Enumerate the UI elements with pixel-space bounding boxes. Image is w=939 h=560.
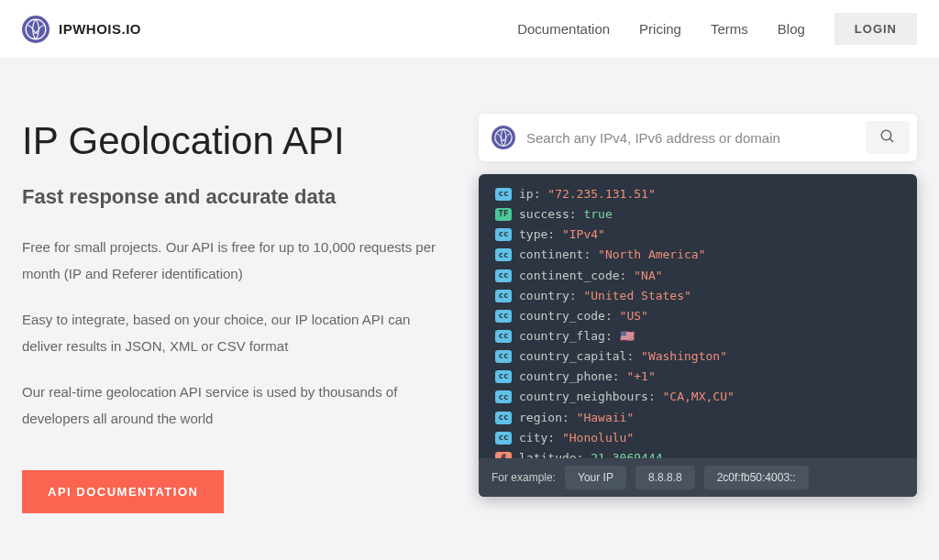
string-badge-icon: cc — [495, 412, 512, 424]
string-badge-icon: cc — [495, 248, 512, 261]
result-line: cccountry: "United States" — [495, 287, 900, 305]
globe-knot-icon — [22, 16, 50, 43]
svg-point-2 — [881, 130, 891, 140]
search-input[interactable] — [515, 123, 866, 153]
result-key: latitude: — [519, 451, 591, 458]
hero-para-2: Easy to integrate, based on your choice,… — [22, 307, 442, 359]
demo-panel: ccip: "72.235.131.51"TFsuccess: trueccty… — [479, 114, 917, 513]
result-line: cccountry_neighbours: "CA,MX,CU" — [495, 388, 900, 406]
result-value: "Honolulu" — [562, 431, 634, 445]
result-line: cccountry_phone: "+1" — [495, 368, 900, 386]
example-your-ip-button[interactable]: Your IP — [565, 466, 626, 489]
login-button[interactable]: LOGIN — [834, 13, 917, 45]
result-line: ccregion: "Hawaii" — [495, 409, 900, 427]
string-badge-icon: cc — [495, 330, 512, 343]
nav: Documentation Pricing Terms Blog LOGIN — [517, 13, 917, 45]
result-line: cccountry_code: "US" — [495, 307, 900, 325]
result-value: 21.3069444 — [591, 451, 662, 458]
result-line: cccountry_flag: 🇺🇸 — [495, 327, 900, 346]
result-body[interactable]: ccip: "72.235.131.51"TFsuccess: trueccty… — [479, 174, 917, 458]
result-line: #latitude: 21.3069444 — [495, 449, 900, 458]
page-subtitle: Fast response and accurate data — [22, 185, 442, 209]
examples-label: For example: — [492, 471, 556, 484]
result-panel: ccip: "72.235.131.51"TFsuccess: trueccty… — [479, 174, 917, 497]
string-badge-icon: cc — [495, 310, 512, 323]
result-line: TFsuccess: true — [495, 205, 900, 224]
header: IPWHOIS.IO Documentation Pricing Terms B… — [0, 0, 939, 59]
result-value: "+1" — [626, 369, 655, 383]
string-badge-icon: cc — [495, 350, 512, 363]
globe-knot-icon — [492, 126, 515, 149]
svg-point-1 — [495, 129, 512, 146]
result-kv: country_code: "US" — [519, 307, 648, 325]
hero-para-1: Free for small projects. Our API is free… — [22, 235, 442, 287]
result-key: country_code: — [519, 309, 620, 323]
result-key: country: — [519, 289, 583, 302]
result-line: cctype: "IPv4" — [495, 225, 900, 244]
example-ipv6-button[interactable]: 2c0f:fb50:4003:: — [704, 466, 809, 489]
svg-line-3 — [889, 138, 893, 142]
result-line: cccity: "Honolulu" — [495, 429, 900, 447]
string-badge-icon: cc — [495, 290, 512, 302]
result-kv: country_flag: 🇺🇸 — [519, 327, 635, 346]
search-button[interactable] — [866, 121, 910, 154]
result-kv: region: "Hawaii" — [519, 409, 634, 427]
result-value: "CA,MX,CU" — [663, 390, 735, 403]
api-documentation-button[interactable]: API DOCUMENTATION — [22, 470, 224, 513]
string-badge-icon: cc — [495, 432, 512, 445]
result-line: cccontinent_code: "NA" — [495, 267, 900, 285]
result-key: country_capital: — [519, 349, 641, 363]
result-key: continent: — [519, 247, 598, 261]
string-badge-icon: cc — [495, 228, 512, 241]
result-value: "72.235.131.51" — [547, 187, 655, 201]
string-badge-icon: cc — [495, 188, 512, 201]
brand-text: IPWHOIS.IO — [59, 21, 141, 37]
hero-para-3: Our real-time geolocation API service is… — [22, 379, 442, 432]
result-line: cccontinent: "North America" — [495, 246, 900, 264]
string-badge-icon: cc — [495, 370, 512, 383]
result-key: country_neighbours: — [519, 390, 663, 403]
example-ip-button[interactable]: 8.8.8.8 — [635, 466, 695, 489]
result-kv: country: "United States" — [519, 287, 691, 305]
result-kv: continent: "North America" — [519, 246, 706, 264]
result-key: country_phone: — [519, 369, 626, 383]
logo[interactable]: IPWHOIS.IO — [22, 16, 141, 43]
result-key: continent_code: — [519, 269, 634, 282]
result-line: cccountry_capital: "Washington" — [495, 347, 900, 366]
result-kv: country_neighbours: "CA,MX,CU" — [519, 388, 735, 406]
result-key: country_flag: — [519, 329, 620, 343]
number-badge-icon: # — [495, 452, 512, 458]
result-line: ccip: "72.235.131.51" — [495, 185, 900, 203]
main: IP Geolocation API Fast response and acc… — [0, 59, 939, 513]
result-value: "US" — [620, 309, 648, 323]
result-value: "Washington" — [641, 349, 727, 363]
examples-footer: For example: Your IP 8.8.8.8 2c0f:fb50:4… — [479, 458, 917, 497]
nav-blog[interactable]: Blog — [778, 21, 805, 37]
result-key: city: — [519, 431, 562, 445]
string-badge-icon: cc — [495, 390, 512, 403]
result-value: "United States" — [583, 289, 690, 302]
result-kv: country_capital: "Washington" — [519, 347, 727, 366]
hero-section: IP Geolocation API Fast response and acc… — [22, 114, 442, 513]
search-icon — [879, 128, 896, 148]
nav-documentation[interactable]: Documentation — [517, 21, 610, 37]
result-value: "IPv4" — [562, 227, 605, 241]
result-key: type: — [519, 227, 562, 241]
svg-point-0 — [26, 19, 46, 39]
result-key: success: — [519, 207, 583, 221]
result-kv: type: "IPv4" — [519, 225, 605, 244]
result-kv: latitude: 21.3069444 — [519, 449, 663, 458]
result-value: "North America" — [598, 247, 705, 261]
result-kv: country_phone: "+1" — [519, 368, 656, 386]
result-key: region: — [519, 411, 577, 424]
result-kv: city: "Honolulu" — [519, 429, 634, 447]
result-value: 🇺🇸 — [620, 329, 635, 343]
nav-pricing[interactable]: Pricing — [639, 21, 681, 37]
result-kv: continent_code: "NA" — [519, 267, 663, 285]
nav-terms[interactable]: Terms — [711, 21, 748, 37]
result-key: ip: — [519, 187, 547, 201]
result-value: "Hawaii" — [577, 411, 635, 424]
result-kv: success: true — [519, 205, 613, 224]
string-badge-icon: cc — [495, 269, 512, 282]
result-value: "NA" — [634, 269, 662, 282]
